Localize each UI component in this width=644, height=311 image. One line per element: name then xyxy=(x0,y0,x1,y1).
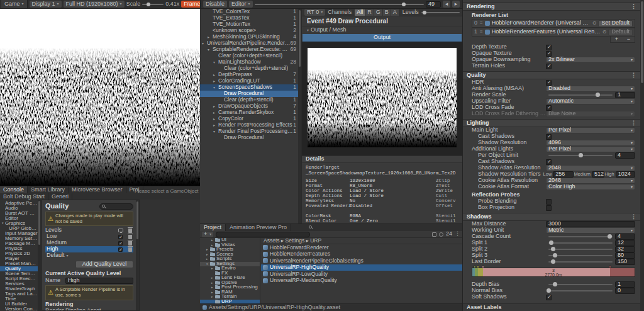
folder-row[interactable]: ▸ Scenes xyxy=(200,252,260,257)
details-header[interactable]: Details xyxy=(302,156,462,163)
renderer-list-item[interactable]: 1 ≡ HobbleRendererFeatures (Universal Re… xyxy=(472,28,635,37)
settings-category[interactable]: Package Manager xyxy=(0,241,38,246)
renderer-name[interactable]: HobbleForwardRenderer (Universal Rendere… xyxy=(492,20,591,26)
value-field[interactable]: 80 xyxy=(615,252,635,259)
renderer-name[interactable]: HobbleRendererFeatures (Universal Render… xyxy=(492,29,601,35)
checkbox[interactable] xyxy=(546,199,552,205)
trash-icon[interactable] xyxy=(128,241,132,246)
checkbox[interactable] xyxy=(546,134,552,140)
kebab-menu-icon[interactable]: ⋮ xyxy=(631,214,636,220)
checkbox[interactable] xyxy=(546,80,552,86)
value-field[interactable]: 1 xyxy=(615,92,635,98)
value-field[interactable]: 4 xyxy=(615,152,635,159)
folder-row[interactable]: ▾ Settings xyxy=(200,262,260,267)
filter-by-type-icon[interactable] xyxy=(432,232,436,237)
folder-row[interactable]: ▸ UI xyxy=(200,238,260,243)
next-event-button[interactable]: ▸ xyxy=(452,1,460,8)
settings-category[interactable]: Physics xyxy=(0,246,38,251)
frame-event-row[interactable]: ▸ ColorGradingLUT 1 xyxy=(200,78,301,84)
folder-row[interactable]: ▸ Terrain xyxy=(200,295,260,300)
tree-scrollbar-thumb[interactable] xyxy=(299,10,301,67)
dropdown[interactable]: Per Pixel ▾ xyxy=(546,146,635,152)
object-picker-icon[interactable]: ⊙ xyxy=(592,21,597,26)
dropdown[interactable]: Blue Noise ▾ xyxy=(546,111,635,117)
frame-event-row[interactable]: ▾ MainLightShadow 28 xyxy=(200,59,301,65)
folder-row[interactable]: ▸ Lens Flare xyxy=(200,276,260,281)
folder-row[interactable]: ▸ Presets xyxy=(200,247,260,252)
frame-debugger-toggle[interactable]: Frame Debugger On xyxy=(181,1,200,8)
slider-track[interactable] xyxy=(548,242,613,244)
slider-knob[interactable] xyxy=(596,93,600,97)
game-tab[interactable]: Game ▾ xyxy=(1,0,28,8)
settings-category[interactable]: UI Builder xyxy=(0,302,38,307)
levels-slider-knob[interactable] xyxy=(423,11,426,14)
frame-event-row[interactable]: Clear (color+depth+stencil) xyxy=(200,65,301,72)
slider-knob[interactable] xyxy=(608,234,612,239)
remove-renderer-button[interactable]: − xyxy=(627,37,630,43)
folder-row[interactable]: ▸ Post Processing xyxy=(200,285,260,290)
inspector-section-header[interactable]: Rendering ⋮ xyxy=(463,3,640,11)
slider-knob[interactable] xyxy=(553,282,557,286)
name-field[interactable]: High xyxy=(65,278,133,284)
slider-track[interactable] xyxy=(548,290,613,291)
panel-tab[interactable]: Console xyxy=(0,186,28,193)
frame-event-row[interactable]: ▾ UniversalRenderPipeline.RenderSingleCa… xyxy=(200,40,301,47)
tier-value-field[interactable]: 1024 xyxy=(616,171,635,178)
value-field[interactable]: 0 xyxy=(615,288,635,294)
platform-checkbox[interactable] xyxy=(118,235,123,239)
frame-event-row[interactable]: ▾ ScreenSpaceShadows 1 xyxy=(200,84,301,91)
channel-button[interactable]: All xyxy=(355,9,365,16)
add-renderer-button[interactable]: + xyxy=(615,37,618,43)
frame-event-row[interactable]: Draw Procedural xyxy=(200,91,301,97)
foldout-icon[interactable]: ▸ xyxy=(213,105,218,109)
folder-row[interactable]: FX xyxy=(200,271,260,276)
inspector-section-header[interactable]: Quality ⋮ xyxy=(463,71,640,79)
slider-track[interactable] xyxy=(548,284,613,285)
slider-knob[interactable] xyxy=(551,259,555,264)
platform-checkbox[interactable] xyxy=(118,241,123,246)
frame-event-row[interactable]: TVE_MotionTex 1 xyxy=(200,21,301,28)
scale-slider-knob[interactable] xyxy=(147,3,150,6)
set-default-button[interactable]: Set Default xyxy=(598,20,633,27)
checkbox[interactable] xyxy=(546,51,552,57)
slider-track[interactable] xyxy=(548,261,613,263)
trash-icon[interactable] xyxy=(128,235,132,239)
value-field[interactable]: 150 xyxy=(615,259,635,265)
create-asset-button[interactable]: + ▾ xyxy=(202,232,213,237)
dropdown[interactable]: Metric ▾ xyxy=(546,227,635,234)
settings-category[interactable]: Script Execution O xyxy=(0,276,38,281)
frame-event-row[interactable]: Draw Procedural xyxy=(200,135,301,141)
settings-category[interactable]: Preset Manager xyxy=(0,261,38,266)
dropdown[interactable]: 2048 ▾ xyxy=(546,165,635,171)
value-field[interactable]: 3000 xyxy=(546,221,635,227)
panel-tab[interactable]: MicroVerse Browser xyxy=(69,186,126,193)
output-tab[interactable]: Output xyxy=(303,34,462,42)
default-quality-dropdown[interactable]: Default ▾ xyxy=(45,252,133,259)
slider-knob[interactable] xyxy=(551,247,555,251)
settings-category[interactable]: ShaderGraph xyxy=(0,286,38,291)
frame-event-row[interactable]: ▾ Render Final PostProcessing Pass 1 xyxy=(200,128,301,135)
value-field[interactable]: 4 xyxy=(615,234,635,240)
foldout-icon[interactable]: ▾ xyxy=(208,48,213,52)
checkbox[interactable] xyxy=(546,205,552,211)
checkbox[interactable] xyxy=(546,105,552,111)
frame-event-row[interactable]: <unknown scope> 2 xyxy=(200,28,301,34)
object-picker-icon[interactable]: ⊙ xyxy=(602,30,607,35)
asset-row[interactable]: UniversalRP-MediumQuality xyxy=(261,278,462,285)
settings-category[interactable]: Tags and Layers xyxy=(0,291,38,297)
kebab-menu-icon[interactable]: ⋮ xyxy=(631,4,636,10)
foldout-icon[interactable]: ▸ xyxy=(213,123,218,128)
folder-row[interactable]: ▸ Enviro xyxy=(200,266,260,271)
dropdown[interactable]: 2x Bilinear ▾ xyxy=(546,57,635,63)
frame-event-row[interactable]: ▸ Render PostProcessing Effects 1 xyxy=(200,122,301,128)
value-field[interactable]: 1 xyxy=(615,281,635,288)
checkbox[interactable] xyxy=(546,45,552,50)
settings-category[interactable]: Quality xyxy=(0,266,38,271)
slider-track[interactable] xyxy=(548,155,613,156)
dropdown[interactable]: Disabled ▾ xyxy=(546,86,635,92)
dropdown[interactable]: 4096 ▾ xyxy=(546,140,635,146)
frame-event-row[interactable]: TVE_ExtrasTex 1 xyxy=(200,15,301,21)
event-slider-knob[interactable] xyxy=(402,3,406,6)
quality-level-row[interactable]: Low xyxy=(45,234,133,240)
panel-tab[interactable]: Generi xyxy=(48,193,72,200)
